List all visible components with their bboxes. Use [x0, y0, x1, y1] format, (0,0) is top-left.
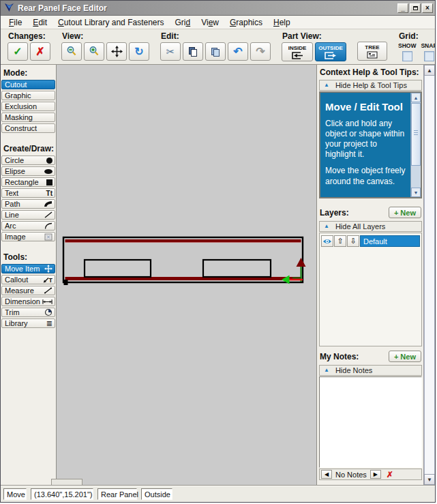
help-scroll-up-button[interactable]: ▲ — [411, 93, 421, 102]
delete-icon: ✗ — [387, 470, 393, 479]
help-scrollbar-thumb[interactable] — [411, 103, 421, 166]
panel-scroll-up-button[interactable]: ▲ — [424, 65, 435, 76]
right-panel: Context Help & Tool Tips: ▲ Hide Help & … — [316, 65, 423, 485]
maximize-button[interactable] — [410, 3, 421, 13]
cutout-rect-left[interactable] — [85, 260, 151, 277]
redo-icon: ↷ — [256, 45, 265, 58]
menu-help[interactable]: Help — [268, 16, 296, 29]
tool-library-button[interactable]: Library≣ — [1, 318, 55, 328]
tool-callout-button[interactable]: Callout T — [1, 275, 55, 284]
close-button[interactable]: × — [422, 3, 433, 13]
hide-notes-bar[interactable]: ▲ Hide Notes — [319, 365, 422, 376]
outside-icon — [324, 52, 337, 59]
draw-elipse-button[interactable]: Elipse — [1, 166, 55, 176]
help-scrollbar[interactable]: ▲ ▼ — [410, 93, 421, 197]
mode-construct-button[interactable]: Construct — [1, 123, 55, 133]
circle-icon — [46, 158, 52, 164]
draw-circle-button[interactable]: Circle — [1, 155, 55, 165]
hide-notes-label: Hide Notes — [335, 366, 372, 374]
mode-masking-button[interactable]: Masking — [1, 113, 55, 122]
panel-scrollbar[interactable]: ▲ ▼ — [423, 65, 435, 485]
line-icon — [44, 211, 52, 218]
undo-button[interactable]: ↶ — [228, 42, 248, 61]
previous-note-button[interactable]: ◀ — [321, 470, 332, 479]
notes-status: No Notes — [335, 471, 367, 479]
scroll-up-icon: ▲ — [414, 95, 419, 100]
refresh-view-button[interactable]: ↻ — [129, 42, 149, 61]
menu-file[interactable]: File — [3, 16, 27, 29]
inside-view-button[interactable]: INSIDE — [282, 42, 313, 61]
hide-help-bar[interactable]: ▲ Hide Help & Tool Tips — [319, 80, 422, 91]
cancel-changes-button[interactable]: ✗ — [30, 42, 50, 61]
draw-rectangle-button[interactable]: Rectangle — [1, 177, 55, 187]
tool-measure-button[interactable]: Measure — [1, 286, 55, 295]
hide-layers-bar[interactable]: ▲ Hide All Layers — [319, 221, 422, 232]
tool-move-item-button[interactable]: Move Item — [1, 264, 55, 273]
zoom-out-button[interactable] — [61, 42, 82, 61]
dimension-icon — [42, 299, 52, 305]
undo-icon: ↶ — [233, 45, 242, 58]
hide-help-label: Hide Help & Tool Tips — [335, 81, 407, 89]
apply-changes-button[interactable]: ✓ — [7, 42, 28, 61]
menu-cutout-library[interactable]: Cutout Library and Fasteners — [52, 16, 169, 29]
draw-line-button[interactable]: Line — [1, 210, 55, 220]
menu-edit[interactable]: Edit — [27, 16, 52, 29]
cutout-rect-right[interactable] — [203, 260, 271, 277]
part-view-label: Part View: — [282, 31, 346, 41]
notes-area[interactable] — [319, 376, 422, 468]
next-note-button[interactable]: ▶ — [370, 470, 381, 479]
app-logo-icon — [4, 3, 15, 14]
help-tool-title: Move / Edit Tool — [325, 101, 406, 113]
draw-path-button[interactable]: Path — [1, 199, 55, 209]
new-layer-button[interactable]: + New — [389, 207, 421, 218]
canvas[interactable] — [57, 65, 316, 485]
layer-move-up-button[interactable]: ⇧ — [334, 235, 346, 247]
close-icon: × — [425, 5, 430, 12]
zoom-in-button[interactable] — [84, 42, 104, 61]
notes-nav-bar: ◀ No Notes ▶ ✗ — [319, 469, 422, 480]
status-tool-mode: Move — [3, 488, 27, 500]
grid-snap-checkbox[interactable] — [424, 51, 434, 61]
redo-button[interactable]: ↷ — [250, 42, 271, 61]
cut-button[interactable]: ✂ — [160, 42, 181, 61]
canvas-corner — [51, 479, 82, 485]
help-scroll-down-button[interactable]: ▼ — [411, 188, 421, 197]
app-window: Rear Panel Face Editor _ × File Edit Cut… — [0, 0, 436, 503]
new-note-button[interactable]: + New — [389, 351, 421, 362]
draw-text-button[interactable]: TextTt — [1, 188, 55, 198]
delete-note-button[interactable]: ✗ — [385, 470, 395, 479]
path-icon — [44, 201, 52, 207]
minimize-icon: _ — [401, 5, 405, 12]
mode-graphic-button[interactable]: Graphic — [1, 91, 55, 100]
outside-view-button[interactable]: OUTSIDE — [315, 42, 346, 61]
status-panel-name: Rear Panel — [97, 488, 137, 500]
trim-icon — [44, 308, 52, 316]
menu-grid[interactable]: Grid — [169, 16, 196, 29]
draw-section-label: Create/Draw: — [1, 142, 56, 155]
copy-button[interactable] — [183, 42, 203, 61]
tool-trim-button[interactable]: Trim — [1, 308, 55, 317]
panel-scrollbar-thumb[interactable] — [424, 76, 435, 474]
panel-scroll-down-button[interactable]: ▼ — [424, 474, 435, 485]
menu-view[interactable]: View — [196, 16, 224, 29]
paste-icon — [210, 46, 221, 57]
outside-label: OUTSIDE — [318, 45, 343, 51]
minimize-button[interactable]: _ — [397, 3, 408, 13]
layer-name-default[interactable]: Default — [360, 235, 420, 247]
collapse-triangle-icon: ▲ — [324, 224, 329, 229]
mode-exclusion-button[interactable]: Exclusion — [1, 102, 55, 111]
layer-move-down-button[interactable]: ⇩ — [347, 235, 359, 247]
pan-button[interactable] — [106, 42, 127, 61]
draw-arc-button[interactable]: Arc — [1, 221, 55, 231]
help-content: Move / Edit Tool Click and hold any obje… — [320, 93, 410, 197]
panel-top-edge-highlight — [65, 242, 301, 243]
tree-button[interactable]: TREE — [357, 42, 387, 61]
menu-graphics[interactable]: Graphics — [224, 16, 268, 29]
mode-cutout-button[interactable]: Cutout — [1, 80, 55, 89]
grid-show-checkbox[interactable] — [402, 51, 412, 61]
draw-image-button[interactable]: Image — [1, 232, 55, 241]
paste-button[interactable] — [205, 42, 226, 61]
grid-label: Grid: — [399, 31, 436, 41]
layer-visibility-button[interactable] — [321, 235, 333, 247]
tool-dimension-button[interactable]: Dimension — [1, 297, 55, 306]
